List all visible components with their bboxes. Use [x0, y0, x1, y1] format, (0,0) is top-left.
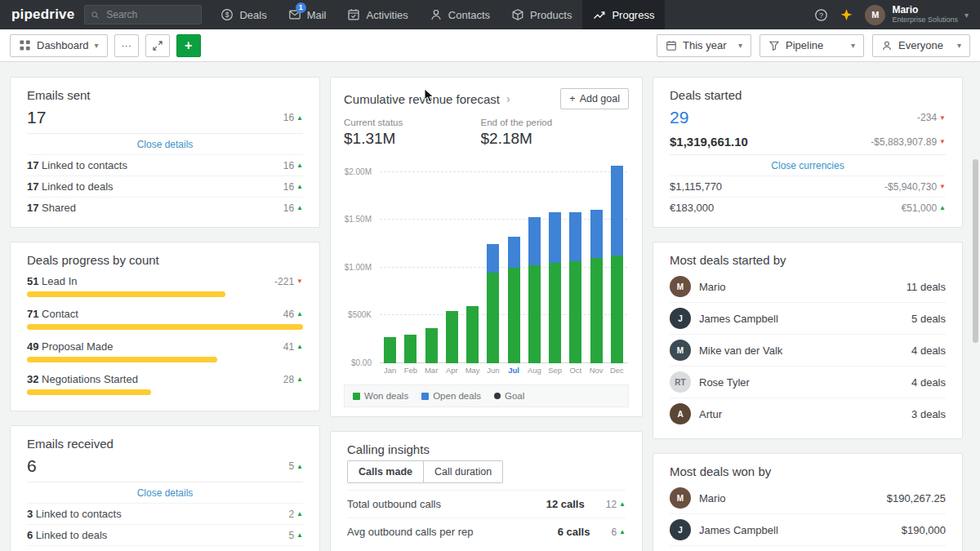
pipedrive-logo[interactable]: pipedrive	[0, 7, 84, 23]
chart-plot	[380, 158, 627, 363]
close-details-link[interactable]: Close details	[27, 482, 303, 503]
user-menu[interactable]: M Mario Enterprise Solutions ▾	[865, 5, 969, 25]
avatar: M	[670, 487, 691, 509]
person-row[interactable]: C Claire Fraser $182,000	[670, 545, 946, 551]
calling-tabs: Calls made Call duration	[347, 460, 626, 483]
delta-number: 16	[283, 112, 294, 123]
delta-arrow-icon: ▲	[619, 500, 626, 508]
vertical-scrollbar-thumb[interactable]	[973, 159, 978, 343]
toolbar-filters: This year ▾ Pipeline ▾ Everyone ▾	[657, 34, 970, 57]
person-row[interactable]: M Mario $190,267.25	[670, 482, 946, 513]
delta-arrow-icon: ▲	[939, 204, 946, 211]
bar-jun[interactable]	[483, 158, 503, 363]
tab-call-duration[interactable]: Call duration	[424, 460, 503, 483]
delta-arrow-icon: ▼	[939, 138, 946, 145]
grid-icon	[19, 39, 31, 51]
person-name: James Campbell	[699, 524, 893, 536]
owner-filter[interactable]: Everyone ▾	[872, 34, 970, 57]
bar-mar[interactable]	[421, 158, 442, 363]
delta-arrow-icon: ▲	[296, 531, 303, 539]
row-label: Total outbound calls	[347, 498, 546, 510]
nav-mail[interactable]: 1 Mail	[278, 0, 337, 29]
nav-label-mail: Mail	[307, 9, 327, 21]
x-tick-label: Jul	[504, 366, 524, 376]
bar-jul[interactable]	[504, 158, 524, 363]
person-name: James Campbell	[699, 313, 903, 325]
person-value: $190,267.25	[887, 492, 946, 504]
bar-nov[interactable]	[586, 158, 607, 363]
nav-activities[interactable]: Activities	[336, 0, 418, 29]
close-currencies-link[interactable]: Close currencies	[670, 155, 946, 176]
activities-icon	[347, 8, 360, 21]
period-filter-label: This year	[683, 39, 733, 51]
legend-open-deals[interactable]: Open deals	[421, 391, 481, 401]
tab-calls-made[interactable]: Calls made	[347, 460, 424, 483]
bar-sep[interactable]	[545, 158, 565, 363]
nav-deals[interactable]: $ Deals	[210, 0, 277, 29]
person-row[interactable]: RT Rose Tyler 4 deals	[670, 366, 946, 398]
card-most-deals-started-by: Most deals started by M Mario 11 deals J…	[653, 242, 963, 439]
bar-may[interactable]	[462, 158, 483, 363]
person-row[interactable]: J James Campbell 5 deals	[670, 302, 946, 334]
bar-apr[interactable]	[442, 158, 462, 363]
avatar: A	[670, 403, 691, 424]
row-value: 12 calls	[546, 498, 585, 510]
avatar: M	[670, 276, 691, 297]
person-row[interactable]: M Mario 11 deals	[670, 271, 946, 302]
whats-new-sparkle-icon[interactable]	[840, 8, 853, 22]
add-goal-button[interactable]: + Add goal	[560, 88, 629, 109]
currency-row-eur: €183,000 €51,000▲	[670, 197, 946, 218]
legend-won-deals[interactable]: Won deals	[353, 391, 408, 401]
revenue-chart: $2.00M$1.50M$1.00M$500K$0.00	[344, 158, 629, 363]
row-delta: 16▲	[283, 181, 303, 193]
help-icon[interactable]: ?	[814, 8, 828, 22]
row-delta: 2▲	[288, 509, 303, 520]
deals-icon: $	[220, 8, 234, 21]
close-details-link[interactable]: Close details	[27, 134, 303, 154]
nav-products[interactable]: Products	[501, 0, 582, 29]
progress-icon	[593, 8, 606, 21]
bar-oct[interactable]	[565, 158, 586, 363]
legend-goal[interactable]: Goal	[494, 391, 524, 401]
caret-down-icon: ▾	[964, 11, 969, 20]
chevron-right-icon[interactable]: ›	[506, 92, 510, 105]
won-deals-segment	[404, 335, 416, 363]
dashboard-label: Dashboard	[37, 39, 89, 51]
plus-icon: +	[569, 93, 575, 104]
more-options-button[interactable]: ···	[114, 34, 139, 57]
bar-stack	[528, 217, 541, 363]
y-tick-label: $2.00M	[345, 167, 372, 176]
x-tick-label: Aug	[524, 366, 545, 376]
card-title: Calling insights	[347, 442, 626, 456]
bar-jan[interactable]	[380, 158, 400, 363]
person-row[interactable]: A Artur 3 deals	[670, 398, 946, 429]
stage-progress-bar	[27, 389, 151, 395]
won-deals-segment	[528, 265, 541, 363]
main-nav: $ Deals 1 Mail Activities Contacts Pro	[210, 0, 665, 29]
nav-contacts[interactable]: Contacts	[419, 0, 501, 29]
open-deals-segment	[569, 212, 581, 261]
add-dashboard-button[interactable]: +	[176, 34, 201, 57]
call-row-avg-outbound: Avg outbound calls per rep 6 calls 6▲	[347, 518, 626, 545]
global-search[interactable]	[84, 5, 202, 24]
person-row[interactable]: J James Campbell $190,000	[670, 513, 946, 545]
bar-stack	[425, 328, 438, 363]
nav-progress[interactable]: Progress	[582, 0, 665, 29]
card-revenue-forecast: Cumulative revenue forecast › + Add goal…	[330, 77, 643, 417]
card-title: Deals started	[670, 88, 946, 102]
add-goal-label: Add goal	[580, 93, 620, 104]
delta-arrow-icon: ▲	[296, 343, 303, 350]
avatar: J	[670, 519, 691, 540]
bar-dec[interactable]	[607, 158, 627, 363]
bar-aug[interactable]	[524, 158, 545, 363]
dashboard-selector-button[interactable]: Dashboard ▾	[10, 34, 108, 57]
nav-label-activities: Activities	[366, 9, 408, 21]
person-row[interactable]: M Mike van der Valk 4 deals	[670, 334, 946, 366]
period-filter[interactable]: This year ▾	[657, 34, 751, 57]
bar-feb[interactable]	[400, 158, 421, 363]
emails-received-row-deals: 6 Linked to deals 5▲	[27, 524, 303, 545]
pipeline-filter[interactable]: Pipeline ▾	[760, 34, 864, 57]
fullscreen-button[interactable]	[145, 34, 170, 57]
deals-started-count: 29	[670, 108, 688, 127]
search-input[interactable]	[105, 8, 195, 21]
